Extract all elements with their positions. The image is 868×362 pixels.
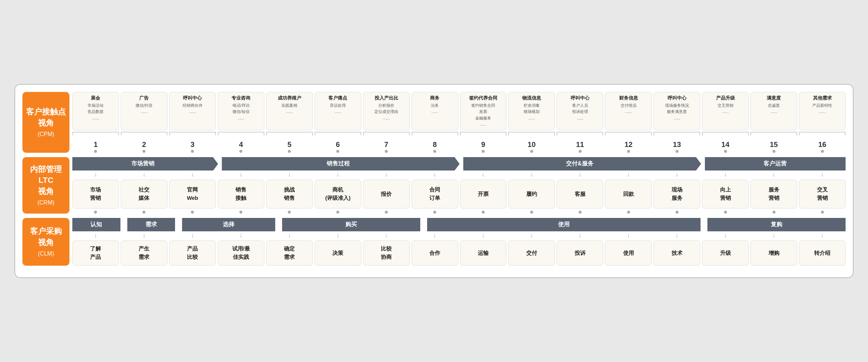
crm-arrow-16: ↓	[799, 171, 846, 178]
crm-arrow-12: ↓	[605, 171, 652, 178]
clm-arrow-12: ↓	[605, 231, 652, 239]
crm-label-line1: 内部管理LTC	[25, 164, 67, 186]
crm-dot-4	[218, 211, 264, 214]
cpm-card-2: 广告微信/抖音 ......	[121, 92, 167, 130]
clm-arrow-2: ↓	[121, 231, 167, 239]
bracket-cell-8	[412, 132, 458, 135]
crm-item-15: 服务 营销	[750, 180, 797, 209]
clm-label-sub: (CLM)	[38, 250, 54, 258]
clm-arrow-11: ↓	[557, 231, 603, 239]
clm-item-6: 决策	[315, 240, 361, 266]
crm-dot-3	[169, 211, 216, 214]
crm-item-4: 销售 接触	[218, 180, 264, 209]
step-number-11: 11	[557, 140, 603, 153]
bracket-cell-14	[702, 132, 749, 135]
step-number-9: 9	[460, 140, 507, 153]
bracket-cell-2	[121, 132, 167, 135]
cpm-card-5: 成功养殖户实践案例 ......	[266, 92, 313, 130]
crm-phase-1: 销售过程	[222, 157, 455, 171]
bracket-cell-9	[460, 132, 507, 135]
clm-item-4: 试用/最 佳实践	[218, 240, 264, 266]
crm-dot-14	[702, 211, 749, 214]
crm-items-row: 市场 营销社交 媒体官网 Web销售 接触挑战 销售商机 (评级准入)报价合同 …	[72, 180, 846, 209]
crm-arrow-6: ↓	[315, 171, 361, 178]
clm-item-1: 了解 产品	[72, 240, 119, 266]
bracket-cell-16	[799, 132, 846, 135]
clm-arrow-4: ↓	[218, 231, 264, 239]
bracket-cell-12	[605, 132, 652, 135]
clm-phase-0: 认知	[72, 218, 120, 231]
step-number-2: 2	[121, 140, 167, 153]
step-number-4: 4	[218, 140, 264, 153]
crm-item-3: 官网 Web	[169, 180, 216, 209]
crm-arrow-5: ↓	[266, 171, 313, 178]
crm-item-16: 交叉 营销	[799, 180, 846, 209]
clm-item-3: 产品 比较	[169, 240, 216, 266]
step-number-13: 13	[654, 140, 700, 153]
step-number-8: 8	[412, 140, 458, 153]
clm-content: 认知需求选择购买使用复购 ↓↓↓↓↓↓↓↓↓↓↓↓↓↓↓↓ 了解 产品产生 需求…	[72, 218, 846, 266]
bracket-cell-6	[315, 132, 361, 135]
crm-phase-row: 市场营销销售过程交付&服务客户运营	[72, 157, 846, 171]
bracket-cell-1	[72, 132, 119, 135]
clm-arrows-row: ↓↓↓↓↓↓↓↓↓↓↓↓↓↓↓↓	[72, 231, 846, 239]
crm-dot-7	[363, 211, 410, 214]
cpm-card-13: 呼叫中心现场服务情况 服务满意度 ......	[654, 92, 700, 130]
cpm-card-8: 商务法务 ......	[412, 92, 458, 130]
crm-phase-3: 客户运营	[705, 157, 846, 171]
crm-dot-6	[315, 211, 361, 214]
step-number-15: 15	[750, 140, 797, 153]
clm-item-12: 使用	[605, 240, 652, 266]
clm-item-9: 运输	[460, 240, 507, 266]
cpm-card-11: 呼叫中心客户人员 投诉处理 ......	[557, 92, 603, 130]
bracket-cell-3	[169, 132, 216, 135]
clm-arrow-9: ↓	[460, 231, 507, 239]
cpm-card-1: 展会市场活动 竞品数据 ......	[72, 92, 119, 130]
clm-arrow-14: ↓	[702, 231, 749, 239]
crm-arrow-15: ↓	[750, 171, 797, 178]
bracket-cell-13	[654, 132, 700, 135]
clm-phase-5: 复购	[707, 218, 846, 231]
crm-arrow-4: ↓	[218, 171, 264, 178]
clm-phase-2: 选择	[182, 218, 275, 231]
clm-arrow-8: ↓	[412, 231, 458, 239]
bracket-cell-10	[508, 132, 555, 135]
crm-dot-5	[266, 211, 313, 214]
clm-phase-4: 使用	[427, 218, 701, 231]
crm-item-1: 市场 营销	[72, 180, 119, 209]
cpm-card-3: 呼叫中心经销商伙伴 ......	[169, 92, 216, 130]
crm-dot-1	[72, 211, 119, 214]
clm-section: 客户采购 视角 (CLM) 认知需求选择购买使用复购 ↓↓↓↓↓↓↓↓↓↓↓↓↓…	[22, 218, 846, 266]
clm-label: 客户采购 视角 (CLM)	[22, 218, 69, 266]
cpm-card-9: 签约代养合同签约销售合同 发票 金融服务 ......	[460, 92, 507, 130]
clm-item-2: 产生 需求	[121, 240, 167, 266]
crm-item-11: 客服	[557, 180, 603, 209]
cpm-card-14: 产品升级交叉营销 ......	[702, 92, 749, 130]
clm-item-14: 升级	[702, 240, 749, 266]
crm-item-12: 回款	[605, 180, 652, 209]
clm-item-7: 比较 协商	[363, 240, 410, 266]
bracket-cell-4	[218, 132, 264, 135]
crm-arrow-13: ↓	[654, 171, 700, 178]
crm-arrow-8: ↓	[412, 171, 458, 178]
clm-item-10: 交付	[508, 240, 555, 266]
crm-item-6: 商机 (评级准入)	[315, 180, 361, 209]
crm-label-line2: 视角	[38, 186, 54, 197]
bracket-cell-5	[266, 132, 313, 135]
cpm-label-line1: 客户接触点	[26, 106, 66, 118]
step-number-5: 5	[266, 140, 313, 153]
crm-phase-2: 交付&服务	[463, 157, 696, 171]
crm-dot-16	[799, 211, 846, 214]
clm-phase-1: 需求	[127, 218, 175, 231]
crm-arrow-2: ↓	[121, 171, 167, 178]
cpm-card-12: 财务信息交付情况 ......	[605, 92, 652, 130]
cpm-label-sub: (CPM)	[38, 130, 54, 138]
clm-items-row: 了解 产品产生 需求产品 比较试用/最 佳实践确定 需求决策比较 协商合作运输交…	[72, 240, 846, 266]
crm-arrow-7: ↓	[363, 171, 410, 178]
crm-section: 内部管理LTC 视角 (CRM) 市场营销销售过程交付&服务客户运营 ↓↓↓↓↓…	[22, 157, 846, 214]
cpm-card-4: 专业咨询电话/拜访 微信/短信 ......	[218, 92, 264, 130]
clm-item-8: 合作	[412, 240, 458, 266]
crm-dot-13	[654, 211, 700, 214]
crm-label-sub: (CRM)	[37, 199, 54, 207]
clm-arrow-5: ↓	[266, 231, 313, 239]
